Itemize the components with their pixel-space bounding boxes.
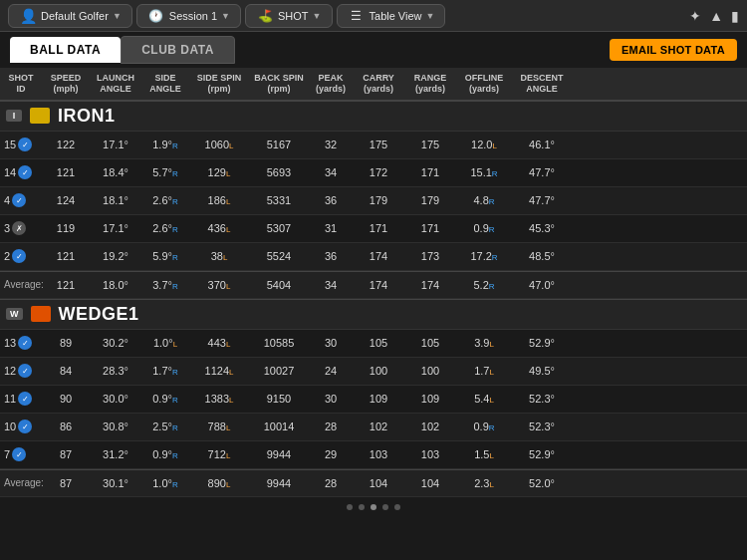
avg-back-spin: 5404 (249, 276, 309, 294)
average-row: Average: 121 18.0° 3.7°R 370L 5404 34 17… (0, 271, 747, 299)
page-dot-1[interactable] (347, 504, 353, 510)
table-row[interactable]: 7 ✓ 87 31.2° 0.9°R 712L 9944 29 103 103 … (0, 441, 747, 469)
column-header: RANGE(yards) (404, 71, 456, 97)
avg-peak: 28 (309, 474, 353, 492)
wifi-icon: ▲ (709, 8, 723, 24)
cell-carry: 174 (353, 247, 404, 265)
cell-range: 173 (404, 247, 456, 265)
cell-carry: 175 (353, 136, 404, 153)
cell-peak: 31 (309, 219, 353, 237)
avg-side-spin: 370L (189, 276, 249, 294)
view-arrow: ▼ (426, 11, 435, 21)
cell-side-spin: 443L (189, 334, 249, 352)
cell-speed: 124 (42, 191, 90, 209)
table-row[interactable]: 3 ✗ 119 17.1° 2.6°R 436L 5307 31 171 171… (0, 215, 747, 243)
table-row[interactable]: 14 ✓ 121 18.4° 5.7°R 129L 5693 34 172 17… (0, 159, 747, 187)
check-icon: ✗ (12, 221, 26, 235)
cell-back-spin: 9944 (249, 445, 309, 463)
column-header: LAUNCHANGLE (90, 71, 141, 97)
cell-descent: 47.7° (512, 191, 572, 209)
cell-peak: 29 (309, 445, 353, 463)
cell-offline: 15.1R (456, 163, 512, 181)
table-row[interactable]: 11 ✓ 90 30.0° 0.9°R 1383L 9150 30 109 10… (0, 386, 747, 414)
cell-descent: 52.9° (512, 445, 572, 463)
user-icon: 👤 (19, 7, 37, 25)
shot-number: 14 (4, 166, 16, 178)
cell-carry: 103 (353, 445, 404, 463)
column-header: BACK SPIN(rpm) (249, 71, 309, 97)
shot-selector[interactable]: ⛳ SHOT ▼ (245, 4, 332, 28)
cell-speed: 122 (42, 136, 90, 153)
cell-shot-id: 15 ✓ (0, 135, 42, 154)
cell-shot-id: 2 ✓ (0, 246, 42, 266)
cell-launch: 30.0° (90, 390, 141, 408)
tab-ball-data[interactable]: BALL DATA (10, 37, 121, 63)
cell-peak: 24 (309, 362, 353, 380)
cell-launch: 17.1° (90, 136, 141, 153)
cell-speed: 84 (42, 362, 90, 380)
cell-carry: 179 (353, 191, 404, 209)
cell-side-angle: 1.0°L (141, 334, 189, 352)
page-dot-4[interactable] (382, 504, 388, 510)
club-badge: I (6, 110, 22, 122)
cell-speed: 86 (42, 418, 90, 435)
session-label: Session 1 (169, 10, 217, 22)
email-shot-data-button[interactable]: EMAIL SHOT DATA (610, 39, 737, 61)
club-color-indicator (31, 306, 51, 322)
page-dot-5[interactable] (394, 504, 400, 510)
table-row[interactable]: 2 ✓ 121 19.2° 5.9°R 38L 5524 36 174 173 … (0, 243, 747, 271)
cell-shot-id: 7 ✓ (0, 444, 42, 464)
table-row[interactable]: 13 ✓ 89 30.2° 1.0°L 443L 10585 30 105 10… (0, 330, 747, 358)
avg-peak: 34 (309, 276, 353, 294)
cell-range: 105 (404, 334, 456, 352)
table-row[interactable]: 15 ✓ 122 17.1° 1.9°R 1060L 5167 32 175 1… (0, 132, 747, 159)
cell-carry: 105 (353, 334, 404, 352)
check-icon: ✓ (18, 165, 32, 179)
cell-speed: 89 (42, 334, 90, 352)
cell-range: 100 (404, 362, 456, 380)
cell-descent: 47.7° (512, 163, 572, 181)
page-dot-2[interactable] (359, 504, 365, 510)
cell-offline: 4.8R (456, 191, 512, 209)
check-icon: ✓ (18, 392, 32, 406)
club-name: WEDGE1 (59, 304, 139, 325)
cell-side-spin: 436L (189, 219, 249, 237)
avg-back-spin: 9944 (249, 474, 309, 492)
check-icon: ✓ (18, 420, 32, 433)
cell-side-spin: 38L (189, 247, 249, 265)
tab-club-data[interactable]: CLUB DATA (121, 36, 235, 64)
cell-back-spin: 5693 (249, 163, 309, 181)
cell-descent: 46.1° (512, 136, 572, 153)
cell-launch: 18.1° (90, 191, 141, 209)
avg-speed: 87 (42, 474, 90, 492)
golfer-arrow: ▼ (113, 11, 122, 21)
view-selector[interactable]: ☰ Table View ▼ (337, 4, 446, 28)
check-icon: ✓ (18, 138, 32, 151)
cell-side-spin: 129L (189, 163, 249, 181)
cell-carry: 109 (353, 390, 404, 408)
cell-range: 179 (404, 191, 456, 209)
avg-launch: 18.0° (90, 276, 141, 294)
cell-shot-id: 13 ✓ (0, 333, 42, 353)
page-dot-3[interactable] (371, 504, 376, 510)
golfer-selector[interactable]: 👤 Default Golfer ▼ (8, 4, 132, 28)
cell-side-spin: 1060L (189, 136, 249, 153)
avg-side-spin: 890L (189, 474, 249, 492)
shot-arrow: ▼ (313, 11, 322, 21)
cell-carry: 100 (353, 362, 404, 380)
check-icon: ✓ (18, 336, 32, 350)
session-selector[interactable]: 🕐 Session 1 ▼ (136, 4, 241, 28)
table-view-icon: ☰ (348, 7, 366, 25)
table-row[interactable]: 10 ✓ 86 30.8° 2.5°R 788L 10014 28 102 10… (0, 414, 747, 441)
cell-launch: 17.1° (90, 219, 141, 237)
table-row[interactable]: 4 ✓ 124 18.1° 2.6°R 186L 5331 36 179 179… (0, 187, 747, 215)
cell-peak: 36 (309, 247, 353, 265)
shot-number: 7 (4, 448, 10, 460)
cell-side-spin: 186L (189, 191, 249, 209)
cell-side-angle: 5.7°R (141, 163, 189, 181)
cell-side-angle: 5.9°R (141, 247, 189, 265)
cell-launch: 30.2° (90, 334, 141, 352)
clock-icon: 🕐 (147, 7, 165, 25)
table-row[interactable]: 12 ✓ 84 28.3° 1.7°R 1124L 10027 24 100 1… (0, 358, 747, 386)
avg-side: 3.7°R (141, 276, 189, 294)
